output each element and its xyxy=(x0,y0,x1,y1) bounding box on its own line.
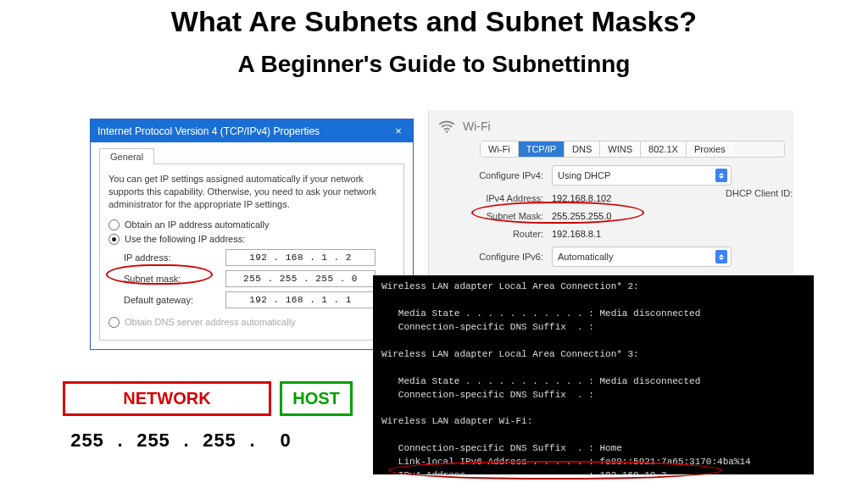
ipv4-address-value: 192.168.8.102 xyxy=(552,193,611,203)
page-title: What Are Subnets and Subnet Masks? xyxy=(0,5,868,38)
windows-description: You can get IP settings assigned automat… xyxy=(108,173,395,211)
chevron-updown-icon xyxy=(715,169,727,182)
ipv4-address-label: IPv4 Address: xyxy=(437,193,552,203)
radio-obtain-auto[interactable] xyxy=(108,219,120,230)
tab-wins[interactable]: WINS xyxy=(600,141,641,157)
wifi-icon xyxy=(437,117,456,136)
radio-dns-auto xyxy=(108,317,120,328)
configure-ipv4-value: Using DHCP xyxy=(558,170,610,180)
windows-ipv4-dialog: Internet Protocol Version 4 (TCP/IPv4) P… xyxy=(90,119,414,350)
radio-obtain-auto-label: Obtain an IP address automatically xyxy=(125,219,269,230)
tab-general[interactable]: General xyxy=(99,148,154,164)
subnet-mask-label: Subnet mask: xyxy=(124,274,225,284)
tab-dns[interactable]: DNS xyxy=(565,141,600,157)
radio-dns-auto-label: Obtain DNS server address automatically xyxy=(125,317,296,327)
configure-ipv6-label: Configure IPv6: xyxy=(437,252,552,262)
tab-wifi[interactable]: Wi-Fi xyxy=(481,141,519,157)
mac-tabs: Wi-Fi TCP/IP DNS WINS 802.1X Proxies xyxy=(480,141,785,158)
mac-router-label: Router: xyxy=(437,229,552,239)
gateway-label: Default gateway: xyxy=(124,295,225,305)
configure-ipv6-value: Automatically xyxy=(558,252,613,262)
chevron-updown-icon xyxy=(715,250,727,263)
radio-use-following-label: Use the following IP address: xyxy=(125,234,245,244)
network-portion-box: NETWORK xyxy=(63,381,271,416)
subnet-mask-input[interactable]: 255 . 255 . 255 . 0 xyxy=(225,270,376,287)
host-portion-box: HOST xyxy=(280,381,353,416)
configure-ipv4-label: Configure IPv4: xyxy=(437,170,552,180)
configure-ipv4-select[interactable]: Using DHCP xyxy=(552,165,732,186)
mac-router-value: 192.168.8.1 xyxy=(552,229,601,239)
radio-use-following[interactable] xyxy=(108,234,120,245)
subnet-diagram: NETWORK HOST 255.255.255.0 xyxy=(63,381,359,452)
gateway-input[interactable]: 192 . 168 . 1 . 1 xyxy=(225,291,376,308)
dhcp-client-id-label: DHCP Client ID: xyxy=(726,188,793,198)
tab-tcpip[interactable]: TCP/IP xyxy=(519,141,565,157)
mac-subnet-mask-label: Subnet Mask: xyxy=(437,211,552,221)
mac-subnet-mask-value: 255.255.255.0 xyxy=(552,211,611,221)
terminal-ipconfig: Wireless LAN adapter Local Area Connecti… xyxy=(373,275,814,474)
svg-point-0 xyxy=(446,130,448,133)
mask-octets: 255.255.255.0 xyxy=(63,430,359,452)
close-icon[interactable]: × xyxy=(391,125,406,137)
mac-tcpip-panel: Wi-Fi Wi-Fi TCP/IP DNS WINS 802.1X Proxi… xyxy=(428,110,793,301)
configure-ipv6-select[interactable]: Automatically xyxy=(552,247,732,267)
page-subtitle: A Beginner's Guide to Subnettinng xyxy=(0,51,868,78)
ip-address-label: IP address: xyxy=(124,252,225,263)
tab-proxies[interactable]: Proxies xyxy=(687,141,733,157)
tab-8021x[interactable]: 802.1X xyxy=(641,141,687,157)
ip-address-input[interactable]: 192 . 168 . 1 . 2 xyxy=(225,249,376,266)
windows-titlebar[interactable]: Internet Protocol Version 4 (TCP/IPv4) P… xyxy=(91,119,413,142)
windows-title-text: Internet Protocol Version 4 (TCP/IPv4) P… xyxy=(97,125,320,137)
mac-head-label: Wi-Fi xyxy=(463,119,491,133)
